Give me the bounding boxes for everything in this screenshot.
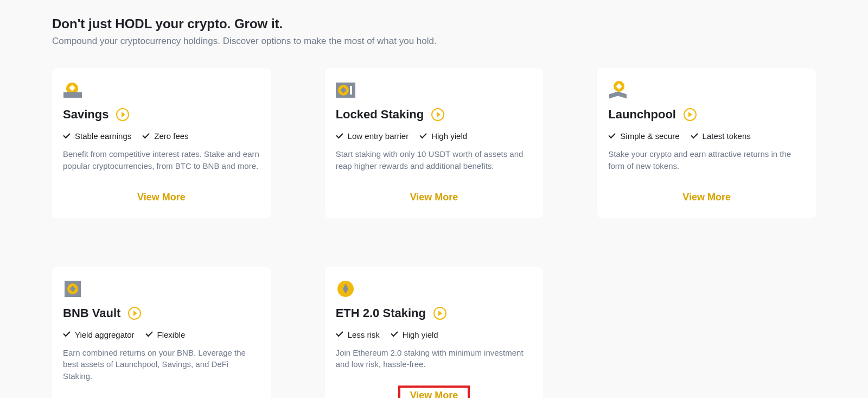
card-title-row: Launchpool	[608, 108, 805, 122]
feature: High yield	[391, 330, 438, 339]
features-row: Low entry barrier High yield	[336, 131, 533, 141]
feature-label: Yield aggregator	[75, 330, 135, 339]
launchpool-icon	[608, 80, 628, 100]
feature: Flexible	[145, 330, 186, 339]
feature: Low entry barrier	[336, 131, 409, 141]
card-savings: Savings Stable earnings Zero fees Benefi…	[52, 68, 271, 218]
check-icon	[336, 332, 343, 337]
cards-grid: Savings Stable earnings Zero fees Benefi…	[52, 68, 816, 398]
check-icon	[336, 134, 343, 139]
card-title: ETH 2.0 Staking	[336, 306, 426, 320]
check-icon	[608, 134, 616, 139]
check-icon	[691, 134, 698, 139]
bnb-vault-icon	[63, 279, 82, 299]
page-subtitle: Compound your cryptocurrency holdings. D…	[52, 36, 816, 47]
card-title-row: Savings	[63, 108, 260, 122]
card-title: Savings	[63, 108, 108, 122]
play-icon[interactable]	[684, 108, 697, 121]
feature-label: Simple & secure	[620, 131, 679, 141]
feature-label: Stable earnings	[75, 131, 131, 141]
card-title-row: BNB Vault	[63, 306, 260, 320]
card-description: Stake your crypto and earn attractive re…	[608, 148, 805, 172]
view-more-link[interactable]: View More	[410, 390, 458, 398]
locked-staking-icon	[336, 80, 355, 100]
features-row: Stable earnings Zero fees	[63, 131, 260, 141]
play-icon[interactable]	[128, 307, 141, 320]
card-title-row: Locked Staking	[336, 108, 533, 122]
card-bnb-vault: BNB Vault Yield aggregator Flexible Earn…	[52, 267, 271, 399]
card-launchpool: Launchpool Simple & secure Latest tokens…	[597, 68, 816, 218]
eth-staking-icon	[336, 279, 355, 299]
feature: Stable earnings	[63, 131, 131, 141]
view-more-link[interactable]: View More	[63, 187, 260, 207]
feature: High yield	[419, 131, 467, 141]
feature: Zero fees	[142, 131, 188, 141]
card-description: Earn combined returns on your BNB. Lever…	[63, 347, 260, 382]
check-icon	[63, 332, 71, 337]
feature-label: Less risk	[348, 330, 380, 339]
card-description: Benefit from competitive interest rates.…	[63, 148, 260, 172]
check-icon	[145, 332, 153, 337]
feature-label: High yield	[431, 131, 467, 141]
feature-label: Flexible	[157, 330, 186, 339]
feature: Latest tokens	[691, 131, 751, 141]
feature-label: Low entry barrier	[348, 131, 409, 141]
card-description: Join Ethereum 2.0 staking with minimum i…	[336, 347, 533, 371]
check-icon	[419, 134, 427, 139]
check-icon	[391, 332, 398, 337]
card-description: Start staking with only 10 USDT worth of…	[336, 148, 533, 172]
features-row: Simple & secure Latest tokens	[608, 131, 805, 141]
card-title: BNB Vault	[63, 306, 120, 320]
page-title: Don't just HODL your crypto. Grow it.	[52, 16, 816, 31]
check-icon	[142, 134, 150, 139]
view-more-link[interactable]: View More	[608, 187, 805, 207]
card-title: Locked Staking	[336, 108, 424, 122]
savings-icon	[63, 80, 82, 100]
play-icon[interactable]	[433, 307, 446, 320]
feature-label: Latest tokens	[703, 131, 751, 141]
features-row: Less risk High yield	[336, 330, 533, 339]
feature-label: High yield	[403, 330, 438, 339]
card-title: Launchpool	[608, 108, 676, 122]
feature: Less risk	[336, 330, 380, 339]
feature: Yield aggregator	[63, 330, 135, 339]
card-eth-staking: ETH 2.0 Staking Less risk High yield Joi…	[325, 267, 544, 399]
play-icon[interactable]	[116, 108, 129, 121]
feature: Simple & secure	[608, 131, 679, 141]
highlight-box: View More	[398, 386, 470, 398]
check-icon	[63, 134, 71, 139]
features-row: Yield aggregator Flexible	[63, 330, 260, 339]
card-locked-staking: Locked Staking Low entry barrier High yi…	[325, 68, 544, 218]
view-more-link[interactable]: View More	[336, 187, 533, 207]
feature-label: Zero fees	[154, 131, 188, 141]
card-title-row: ETH 2.0 Staking	[336, 306, 533, 320]
play-icon[interactable]	[431, 108, 444, 121]
